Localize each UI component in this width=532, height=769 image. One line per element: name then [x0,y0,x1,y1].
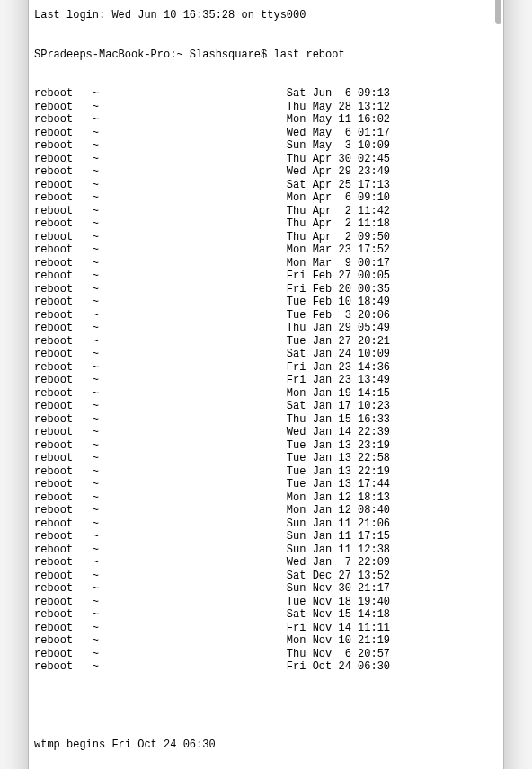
prompt: SPradeeps-MacBook-Pro:~ Slashsquare$ [34,49,267,61]
output-row: reboot ~ Sun May 3 10:09 [34,139,498,153]
output-row: reboot ~ Fri Feb 20 00:35 [34,283,498,296]
output-row: reboot ~ Tue Nov 18 19:40 [34,596,498,609]
output-row: reboot ~ Sat Dec 27 13:52 [34,570,498,583]
output-row: reboot ~ Wed Apr 29 23:49 [34,165,498,179]
output-row: reboot ~ Fri Jan 23 14:36 [34,361,498,375]
output-row: reboot ~ Fri Oct 24 06:30 [34,660,498,674]
output-row: reboot ~ Thu Jan 29 05:49 [34,322,498,335]
output-row: reboot ~ Fri Feb 27 00:05 [34,270,498,283]
output-row: reboot ~ Sun Jan 11 17:15 [34,530,498,544]
output-row: reboot ~ Fri Nov 14 11:11 [34,622,498,635]
command-text: last reboot [273,49,344,61]
output-row: reboot ~ Thu May 28 13:12 [34,101,498,114]
output-row: reboot ~ Tue Jan 13 22:19 [34,465,498,479]
output-row: reboot ~ Tue Feb 10 18:49 [34,296,498,309]
output-row: reboot ~ Sat Jan 24 10:09 [34,348,498,361]
output-row: reboot ~ Thu Apr 2 09:50 [34,231,498,244]
output-row: reboot ~ Sat Jan 17 10:23 [34,400,498,413]
output-row: reboot ~ Mon Mar 9 00:17 [34,257,498,270]
blank-line [34,700,498,713]
output-row: reboot ~ Fri Jan 23 13:49 [34,374,498,387]
output-row: reboot ~ Wed Jan 7 22:09 [34,556,498,570]
command-line: SPradeeps-MacBook-Pro:~ Slashsquare$ las… [34,49,498,62]
terminal-window: Slashsquare — bash — 65×51 Last login: W… [28,0,504,769]
output-row: reboot ~ Mon Apr 6 09:10 [34,191,498,205]
output-row: reboot ~ Tue Jan 27 20:21 [34,335,498,349]
output-row: reboot ~ Sat Nov 15 14:18 [34,608,498,622]
output-row: reboot ~ Tue Jan 13 22:58 [34,452,498,465]
last-login-line: Last login: Wed Jun 10 16:35:28 on ttys0… [34,9,498,22]
output-row: reboot ~ Mon Jan 19 14:15 [34,387,498,401]
output-rows: reboot ~ Sat Jun 6 09:13reboot ~ Thu May… [34,87,498,674]
output-row: reboot ~ Wed Jan 14 22:39 [34,426,498,439]
output-row: reboot ~ Tue Feb 3 20:06 [34,309,498,323]
output-row: reboot ~ Thu Apr 2 11:42 [34,205,498,218]
scrollbar-thumb[interactable] [495,0,501,24]
output-row: reboot ~ Sat Apr 25 17:13 [34,179,498,192]
output-row: reboot ~ Tue Jan 13 17:44 [34,478,498,491]
output-row: reboot ~ Sun Jan 11 21:06 [34,517,498,531]
wtmp-line: wtmp begins Fri Oct 24 06:30 [34,738,498,752]
output-row: reboot ~ Thu Apr 2 11:18 [34,217,498,231]
output-row: reboot ~ Tue Jan 13 23:19 [34,439,498,453]
output-row: reboot ~ Sun Nov 30 21:17 [34,582,498,596]
output-row: reboot ~ Mon Jan 12 18:13 [34,491,498,505]
output-row: reboot ~ Mon May 11 16:02 [34,113,498,127]
output-row: reboot ~ Mon Nov 10 21:19 [34,634,498,648]
output-row: reboot ~ Sun Jan 11 12:38 [34,544,498,557]
terminal-body[interactable]: Last login: Wed Jun 10 16:35:28 on ttys0… [29,0,503,769]
output-row: reboot ~ Sat Jun 6 09:13 [34,87,498,101]
output-row: reboot ~ Mon Jan 12 08:40 [34,504,498,517]
output-row: reboot ~ Wed May 6 01:17 [34,127,498,140]
output-row: reboot ~ Thu Nov 6 20:57 [34,648,498,661]
output-row: reboot ~ Thu Jan 15 16:33 [34,413,498,427]
output-row: reboot ~ Mon Mar 23 17:52 [34,243,498,257]
output-row: reboot ~ Thu Apr 30 02:45 [34,153,498,166]
